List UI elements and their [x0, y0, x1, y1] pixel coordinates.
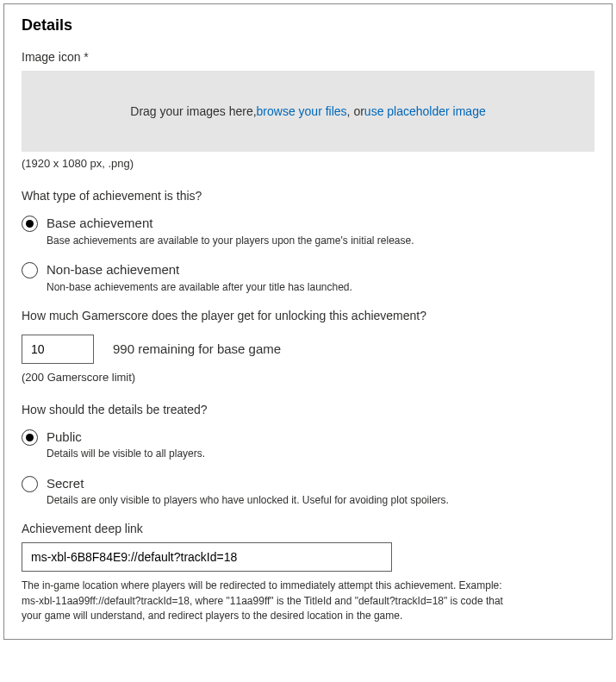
browse-files-link[interactable]: browse your files [257, 104, 347, 118]
image-icon-label: Image icon * [22, 50, 594, 64]
radio-public-desc: Details will be visible to all players. [47, 447, 495, 461]
radio-nonbase-achievement[interactable] [22, 262, 38, 278]
achievement-type-group: Base achievement Base achievements are a… [22, 215, 594, 295]
dropzone-text-prefix: Drag your images here, [130, 104, 256, 118]
radio-public[interactable] [22, 429, 38, 446]
visibility-question: How should the details be treated? [22, 403, 594, 416]
radio-base-content: Base achievement Base achievements are a… [47, 215, 594, 247]
radio-nonbase-achievement-row: Non-base achievement Non-base achievemen… [22, 261, 594, 294]
deeplink-input[interactable] [22, 542, 392, 572]
deeplink-description: The in-game location where players will … [22, 579, 504, 623]
radio-secret-label: Secret [47, 475, 594, 492]
placeholder-image-link[interactable]: use placeholder image [364, 104, 486, 118]
radio-secret-desc: Details are only visible to players who … [47, 493, 495, 508]
image-size-hint: (1920 x 1080 px, .png) [22, 157, 594, 170]
dropzone-text-middle: , or [347, 104, 364, 118]
achievement-type-question: What type of achievement is this? [22, 189, 594, 203]
radio-public-row: Public Details will be visible to all pl… [22, 429, 594, 461]
gamerscore-row: 990 remaining for base game [22, 335, 594, 364]
radio-base-label: Base achievement [47, 215, 594, 232]
radio-public-label: Public [47, 429, 594, 446]
panel-title: Details [22, 16, 594, 34]
gamerscore-remaining: 990 remaining for base game [113, 341, 281, 356]
details-panel: Details Image icon * Drag your images he… [3, 3, 613, 640]
radio-base-desc: Base achievements are available to your … [47, 234, 495, 248]
gamerscore-input[interactable] [22, 335, 94, 364]
radio-secret[interactable] [22, 476, 38, 492]
gamerscore-limit: (200 Gamerscore limit) [22, 371, 594, 384]
radio-public-content: Public Details will be visible to all pl… [47, 429, 594, 461]
radio-secret-content: Secret Details are only visible to playe… [47, 475, 594, 508]
radio-base-achievement[interactable] [22, 216, 38, 232]
gamerscore-question: How much Gamerscore does the player get … [22, 309, 594, 322]
radio-nonbase-label: Non-base achievement [47, 261, 594, 278]
radio-nonbase-desc: Non-base achievements are available afte… [47, 280, 495, 295]
deeplink-label: Achievement deep link [22, 522, 594, 535]
visibility-group: Public Details will be visible to all pl… [22, 429, 594, 509]
radio-secret-row: Secret Details are only visible to playe… [22, 475, 594, 508]
radio-nonbase-content: Non-base achievement Non-base achievemen… [47, 261, 594, 294]
image-dropzone[interactable]: Drag your images here, browse your files… [22, 71, 594, 152]
radio-base-achievement-row: Base achievement Base achievements are a… [22, 215, 594, 247]
